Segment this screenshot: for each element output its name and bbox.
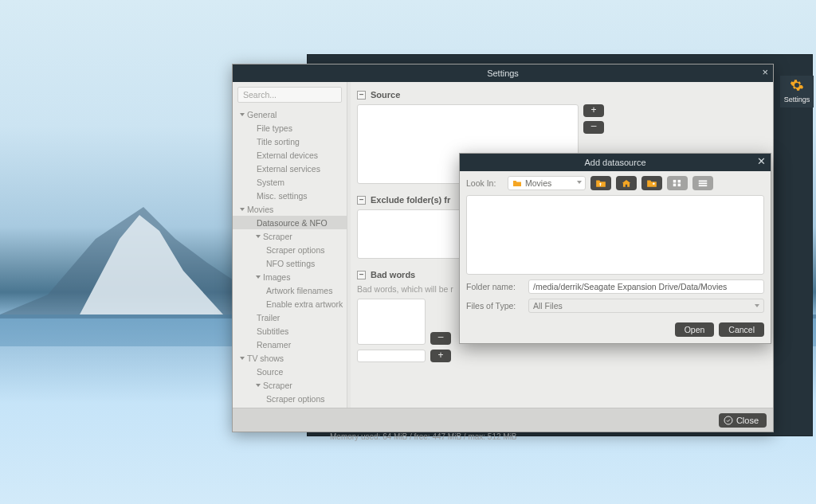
section-source-header[interactable]: – Source (357, 90, 765, 100)
up-folder-button[interactable] (590, 176, 611, 190)
settings-footer: Close (233, 408, 773, 432)
svg-rect-6 (673, 184, 677, 187)
source-add-button[interactable]: + (583, 104, 604, 117)
chevron-down-icon (755, 304, 759, 307)
tree-node-external-devices[interactable]: External devices (233, 148, 347, 162)
tree-node-datasource-nfo[interactable]: Datasource & NFO (233, 216, 347, 229)
tree-node-movies[interactable]: Movies (233, 202, 347, 216)
collapse-icon: – (357, 196, 366, 205)
dialog-foldername-row: Folder name: /media/derrik/Seagate Expan… (460, 275, 771, 299)
badwords-listbox[interactable] (357, 299, 426, 345)
folder-up-icon (595, 178, 606, 188)
settings-sidebar: Search... GeneralFile typesTitle sorting… (233, 82, 347, 408)
settings-close-x-icon[interactable]: × (762, 66, 768, 78)
tree-node-renamer[interactable]: Renamer (233, 338, 347, 351)
lookin-combo[interactable]: Movies (508, 176, 586, 190)
tree-node-misc-settings[interactable]: Misc. settings (233, 189, 347, 202)
add-datasource-dialog: Add datasource ✕ Look In: Movies Folder … (459, 153, 771, 344)
badwords-input[interactable] (357, 350, 426, 362)
tree-node-scraper[interactable]: Scraper (233, 378, 347, 392)
tree-node-title-sorting[interactable]: Title sorting (233, 135, 347, 148)
settings-sidebar-button[interactable]: Settings (780, 76, 814, 107)
tree-node-images[interactable]: Images (233, 270, 347, 283)
new-folder-button[interactable] (641, 176, 662, 190)
svg-rect-8 (699, 181, 708, 182)
open-button[interactable]: Open (675, 322, 715, 337)
tree-node-source[interactable]: Source (233, 365, 347, 378)
dialog-title: Add datasource (584, 158, 645, 167)
dialog-lookin-row: Look In: Movies (460, 171, 771, 195)
dialog-filetype-row: Files of Type: All Files (460, 299, 771, 318)
folder-new-icon (646, 178, 657, 188)
filetype-value: All Files (533, 301, 563, 311)
badwords-remove-button[interactable]: – (430, 332, 451, 345)
check-icon (724, 416, 733, 425)
svg-rect-4 (673, 180, 677, 183)
home-button[interactable] (616, 176, 637, 190)
grid-icon (672, 178, 683, 188)
svg-rect-7 (678, 184, 681, 187)
lookin-value: Movies (525, 178, 551, 188)
tree-node-scraper-options[interactable]: Scraper options (233, 392, 347, 405)
dialog-titlebar: Add datasource ✕ (460, 154, 771, 171)
svg-rect-9 (699, 182, 708, 184)
svg-rect-5 (678, 180, 681, 183)
tree-node-subtitles[interactable]: Subtitles (233, 324, 347, 338)
list-icon (697, 178, 708, 188)
foldername-value: /media/derrik/Seagate Expansion Drive/Da… (533, 282, 727, 291)
tree-node-artwork-filenames[interactable]: Artwork filenames (233, 283, 347, 297)
tree-node-scraper[interactable]: Scraper (233, 229, 347, 243)
source-remove-button[interactable]: – (583, 121, 604, 134)
file-browser-view[interactable] (466, 195, 764, 275)
foldername-input[interactable]: /media/derrik/Seagate Expansion Drive/Da… (528, 279, 764, 294)
settings-close-button[interactable]: Close (719, 413, 767, 428)
settings-close-button-label: Close (736, 416, 759, 425)
section-source-title: Source (371, 90, 400, 100)
svg-point-3 (724, 416, 732, 424)
settings-search-input[interactable]: Search... (237, 87, 342, 103)
collapse-icon: – (357, 91, 366, 100)
tree-node-trailer[interactable]: Trailer (233, 311, 347, 324)
dialog-footer: Open Cancel (460, 318, 771, 343)
dialog-close-x-icon[interactable]: ✕ (757, 155, 766, 167)
filetype-combo[interactable]: All Files (528, 299, 764, 313)
lookin-label: Look In: (466, 178, 503, 188)
tree-node-enable-extra-artwork[interactable]: Enable extra artwork (233, 297, 347, 311)
tree-node-nfo-settings[interactable]: NFO settings (233, 256, 347, 270)
settings-tree: GeneralFile typesTitle sortingExternal d… (233, 107, 347, 408)
tree-node-file-types[interactable]: File types (233, 121, 347, 135)
section-exclude-title: Exclude folder(s) fr (371, 195, 450, 205)
gear-icon (790, 78, 804, 92)
filetype-label: Files of Type: (466, 301, 524, 311)
home-icon (621, 178, 632, 188)
settings-title: Settings (487, 68, 519, 78)
badwords-add-button[interactable]: + (430, 350, 451, 362)
icon-view-button[interactable] (667, 176, 688, 190)
settings-titlebar: Settings × (233, 64, 773, 82)
folder-icon (512, 179, 522, 187)
tree-node-scraper-options[interactable]: Scraper options (233, 243, 347, 256)
tree-node-general[interactable]: General (233, 107, 347, 121)
tree-node-external-services[interactable]: External services (233, 162, 347, 175)
cancel-button[interactable]: Cancel (719, 322, 764, 337)
section-badwords-title: Bad words (371, 270, 415, 279)
svg-rect-10 (699, 185, 708, 186)
status-memory: Memory used: 64 MiB / free: 447 MiB / ma… (330, 432, 517, 441)
foldername-label: Folder name: (466, 282, 524, 291)
tree-node-system[interactable]: System (233, 175, 347, 189)
chevron-down-icon (577, 181, 582, 184)
tree-node-tv-shows[interactable]: TV shows (233, 351, 347, 365)
list-view-button[interactable] (692, 176, 713, 190)
collapse-icon: – (357, 271, 366, 279)
settings-sidebar-label: Settings (780, 96, 814, 104)
svg-marker-1 (80, 215, 223, 315)
